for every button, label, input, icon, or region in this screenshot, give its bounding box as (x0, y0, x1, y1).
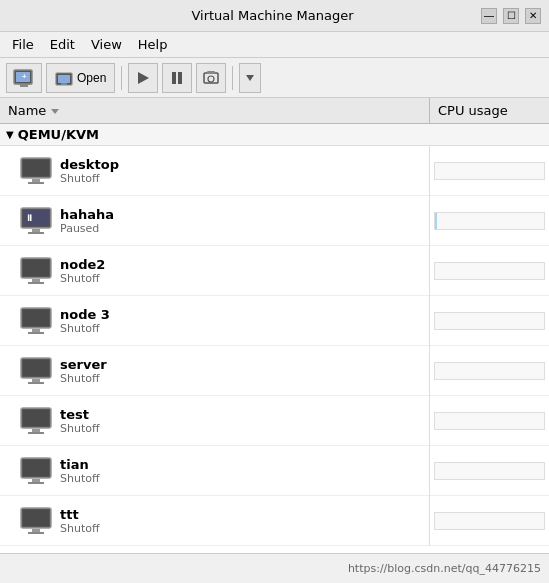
svg-rect-36 (28, 382, 44, 384)
svg-rect-39 (32, 429, 40, 432)
maximize-button[interactable]: ☐ (503, 8, 519, 24)
vm-icon (20, 257, 52, 285)
close-button[interactable]: ✕ (525, 8, 541, 24)
vm-status: Shutoff (60, 372, 107, 385)
col-name-header[interactable]: Name (0, 103, 429, 118)
title-bar: Virtual Machine Manager — ☐ ✕ (0, 0, 549, 32)
svg-rect-34 (23, 360, 49, 376)
vm-text: tian Shutoff (60, 457, 100, 485)
vm-info: desktop Shutoff (0, 157, 429, 185)
group-header-qemu[interactable]: ▼ QEMU/KVM (0, 124, 549, 146)
status-watermark: https://blog.csdn.net/qq_44776215 (348, 562, 541, 575)
svg-rect-44 (28, 482, 44, 484)
vm-cpu-cell (429, 446, 549, 496)
svg-rect-28 (28, 282, 44, 284)
vm-text: node2 Shutoff (60, 257, 105, 285)
vm-info: ttt Shutoff (0, 507, 429, 535)
svg-point-13 (208, 76, 214, 82)
vm-icon (20, 157, 52, 185)
table-row[interactable]: server Shutoff (0, 346, 549, 396)
vm-name: test (60, 407, 100, 422)
vm-status: Shutoff (60, 422, 100, 435)
vm-name: server (60, 357, 107, 372)
table-row[interactable]: node2 Shutoff (0, 246, 549, 296)
minimize-button[interactable]: — (481, 8, 497, 24)
vm-cpu-cell (429, 296, 549, 346)
svg-text:+: + (22, 72, 27, 81)
vm-info: tian Shutoff (0, 457, 429, 485)
vm-status: Shutoff (60, 322, 110, 335)
vm-name: ttt (60, 507, 100, 522)
vm-rows-container: desktop Shutoff ⏸ hahaha Paused (0, 146, 549, 546)
menu-edit[interactable]: Edit (42, 35, 83, 54)
table-row[interactable]: ⏸ hahaha Paused (0, 196, 549, 246)
new-vm-button[interactable]: + (6, 63, 42, 93)
vm-status: Paused (60, 222, 114, 235)
vm-status: Shutoff (60, 472, 100, 485)
vm-text: test Shutoff (60, 407, 100, 435)
vm-icon: ⏸ (20, 207, 52, 235)
svg-marker-14 (246, 75, 254, 81)
pause-button[interactable] (162, 63, 192, 93)
cpu-bar-container (434, 212, 545, 230)
svg-rect-43 (32, 479, 40, 482)
toolbar-dropdown-button[interactable] (239, 63, 261, 93)
cpu-bar-container (434, 462, 545, 480)
svg-rect-10 (178, 72, 182, 84)
svg-rect-32 (28, 332, 44, 334)
svg-rect-3 (18, 84, 30, 85)
sort-icon (50, 106, 60, 116)
table-row[interactable]: ttt Shutoff (0, 496, 549, 546)
col-name-label: Name (8, 103, 46, 118)
svg-rect-27 (32, 279, 40, 282)
svg-rect-40 (28, 432, 44, 434)
svg-text:⏸: ⏸ (25, 213, 34, 223)
pause-icon (169, 70, 185, 86)
window-controls[interactable]: — ☐ ✕ (481, 8, 541, 24)
table-row[interactable]: desktop Shutoff (0, 146, 549, 196)
svg-rect-18 (32, 179, 40, 182)
vm-list: ▼ QEMU/KVM desktop Shutoff (0, 124, 549, 553)
play-button[interactable] (128, 63, 158, 93)
svg-rect-26 (23, 260, 49, 276)
cpu-bar-container (434, 312, 545, 330)
cpu-bar-container (434, 412, 545, 430)
open-label: Open (77, 71, 106, 85)
svg-rect-31 (32, 329, 40, 332)
vm-info: ⏸ hahaha Paused (0, 207, 429, 235)
menu-bar: File Edit View Help (0, 32, 549, 58)
svg-rect-6 (58, 75, 70, 83)
vm-info: node 3 Shutoff (0, 307, 429, 335)
svg-rect-24 (28, 232, 44, 234)
vm-icon (20, 407, 52, 435)
window-title: Virtual Machine Manager (64, 8, 481, 23)
open-button[interactable]: Open (46, 63, 115, 93)
vm-name: desktop (60, 157, 119, 172)
svg-rect-7 (61, 83, 67, 85)
snapshot-button[interactable] (196, 63, 226, 93)
table-row[interactable]: test Shutoff (0, 396, 549, 446)
menu-file[interactable]: File (4, 35, 42, 54)
svg-rect-30 (23, 310, 49, 326)
menu-view[interactable]: View (83, 35, 130, 54)
vm-text: ttt Shutoff (60, 507, 100, 535)
vm-icon (20, 457, 52, 485)
vm-status: Shutoff (60, 522, 100, 535)
open-icon (55, 70, 73, 86)
vm-name: tian (60, 457, 100, 472)
chevron-down-icon (244, 72, 256, 84)
toolbar: + Open (0, 58, 549, 98)
vm-name: node 3 (60, 307, 110, 322)
svg-rect-23 (32, 229, 40, 232)
svg-rect-9 (172, 72, 176, 84)
vm-status: Shutoff (60, 272, 105, 285)
table-row[interactable]: tian Shutoff (0, 446, 549, 496)
status-bar: https://blog.csdn.net/qq_44776215 (0, 553, 549, 583)
cpu-bar-container (434, 162, 545, 180)
svg-rect-35 (32, 379, 40, 382)
table-row[interactable]: node 3 Shutoff (0, 296, 549, 346)
vm-icon (20, 307, 52, 335)
svg-rect-38 (23, 410, 49, 426)
menu-help[interactable]: Help (130, 35, 176, 54)
svg-rect-48 (28, 532, 44, 534)
